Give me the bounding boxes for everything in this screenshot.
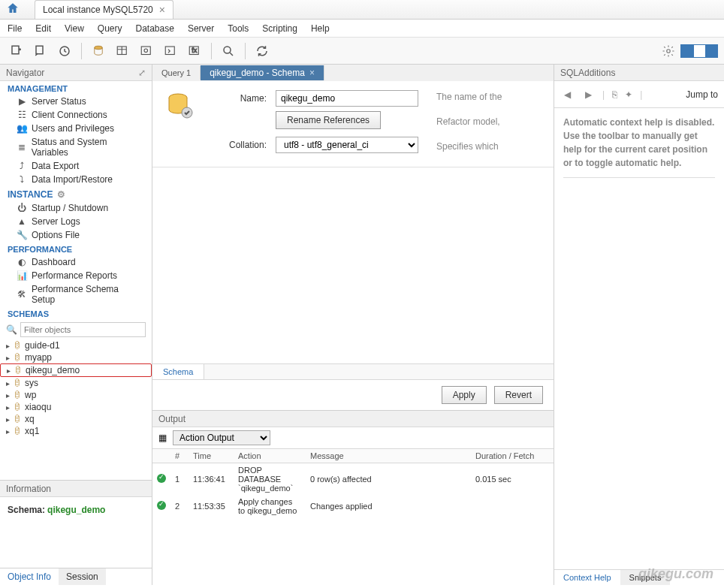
tb-reconnect[interactable] (252, 41, 273, 62)
success-icon (157, 474, 166, 483)
nav-options-file[interactable]: 🔧Options File (0, 228, 152, 242)
nav-startup-shutdown[interactable]: ⏻Startup / Shutdown (0, 201, 152, 215)
schema-item-xiaoqu[interactable]: ▸🛢xiaoqu (0, 401, 152, 413)
watermark: qikegu.com (638, 566, 713, 582)
menu-server[interactable]: Server (188, 23, 214, 34)
tb-search[interactable] (218, 41, 239, 62)
menu-query[interactable]: Query (98, 23, 122, 34)
connection-tab[interactable]: Local instance MySQL5720 × (35, 0, 173, 19)
tab-object-info[interactable]: Object Info (0, 568, 59, 585)
revert-button[interactable]: Revert (494, 386, 543, 404)
forward-icon[interactable]: ▶ (581, 88, 595, 101)
instance-icon: ⚙ (57, 189, 65, 200)
svg-text:fx: fx (192, 47, 198, 54)
menu-view[interactable]: View (65, 23, 84, 34)
editor-tabs: Query 1 qikegu_demo - Schema × (152, 65, 554, 81)
svg-point-3 (95, 46, 103, 50)
nav-users-privileges[interactable]: 👥Users and Privileges (0, 122, 152, 135)
output-layout-icon[interactable]: ▦ (158, 433, 167, 443)
schema-item-myapp[interactable]: ▸🛢myapp (0, 351, 152, 363)
output-header: Output (152, 411, 554, 427)
nav-status-variables[interactable]: ≣Status and System Variables (0, 135, 152, 159)
power-icon: ⏻ (17, 203, 27, 213)
schema-icon (164, 90, 195, 120)
information-header: Information (0, 481, 152, 497)
expand-icon[interactable]: ⤢ (138, 68, 146, 78)
tb-table[interactable] (112, 41, 133, 62)
tab-schema-editor[interactable]: qikegu_demo - Schema × (201, 65, 324, 80)
nav-server-status[interactable]: ▶Server Status (0, 95, 152, 108)
tab-context-help[interactable]: Context Help (554, 570, 620, 585)
chevron-right-icon: ▸ (6, 342, 10, 350)
tb-schema[interactable] (88, 41, 109, 62)
tab-session[interactable]: Session (59, 568, 106, 585)
nav-data-export[interactable]: ⤴Data Export (0, 159, 152, 173)
nav-dashboard[interactable]: ◐Dashboard (0, 255, 152, 269)
tb-proc[interactable] (160, 41, 181, 62)
tb-open-sql[interactable] (30, 41, 51, 62)
tab-query1[interactable]: Query 1 (152, 66, 201, 80)
schema-name-input[interactable] (276, 90, 418, 107)
connection-tab-label: Local instance MySQL5720 (43, 5, 153, 15)
menu-database[interactable]: Database (136, 23, 174, 34)
tb-new-sql[interactable] (6, 41, 27, 62)
nav-perf-schema-setup[interactable]: 🛠Performance Schema Setup (0, 282, 152, 306)
information-body: Schema: qikegu_demo (0, 497, 152, 523)
export-icon: ⤴ (17, 161, 27, 171)
output-row[interactable]: 111:36:41DROP DATABASE `qikegu_demo`0 ro… (152, 463, 554, 496)
schema-item-guide-d1[interactable]: ▸🛢guide-d1 (0, 339, 152, 351)
schema-item-xq1[interactable]: ▸🛢xq1 (0, 425, 152, 437)
collation-select[interactable]: utf8 - utf8_general_ci (276, 137, 418, 153)
settings-icon[interactable] (658, 41, 679, 62)
nav-client-connections[interactable]: ☷Client Connections (0, 108, 152, 122)
menu-tools[interactable]: Tools (228, 23, 249, 34)
chevron-right-icon: ▸ (6, 379, 10, 387)
svg-point-6 (144, 49, 148, 53)
close-icon[interactable]: × (159, 4, 165, 16)
svg-rect-0 (12, 46, 19, 54)
tb-view[interactable] (136, 41, 157, 62)
sqladditions-title: SQLAdditions (560, 68, 615, 78)
output-type-select[interactable]: Action Output (173, 430, 270, 445)
chevron-right-icon: ▸ (6, 354, 10, 362)
help-icon[interactable]: ⎘ (612, 89, 617, 100)
menu-edit[interactable]: Edit (35, 23, 51, 34)
menu-scripting[interactable]: Scripting (262, 23, 297, 34)
form-hints: The name of the Refactor model, Specifie… (436, 90, 541, 158)
log-icon: ▲ (17, 216, 27, 227)
back-icon[interactable]: ◀ (560, 88, 574, 101)
home-icon[interactable] (6, 2, 20, 17)
nav-perf-reports[interactable]: 📊Performance Reports (0, 269, 152, 282)
report-icon: 📊 (17, 270, 27, 281)
toolbar: fx (0, 38, 724, 65)
output-row[interactable]: 211:53:35Apply changes to qikegu_demoCha… (152, 495, 554, 517)
chevron-right-icon: ▸ (6, 427, 10, 436)
jump-to-label[interactable]: Jump to (686, 89, 718, 100)
chevron-right-icon: ▸ (6, 391, 10, 400)
schema-tab[interactable]: Schema (152, 364, 204, 379)
navigator-header: Navigator ⤢ (0, 65, 152, 81)
nav-server-logs[interactable]: ▲Server Logs (0, 215, 152, 228)
close-icon[interactable]: × (309, 68, 315, 78)
schema-item-sys[interactable]: ▸🛢sys (0, 377, 152, 389)
section-instance: INSTANCE ⚙ (0, 186, 152, 201)
schema-item-wp[interactable]: ▸🛢wp (0, 389, 152, 401)
menu-file[interactable]: File (8, 23, 22, 34)
schema-item-xq[interactable]: ▸🛢xq (0, 413, 152, 425)
svg-rect-5 (141, 47, 150, 55)
menu-help[interactable]: Help (311, 23, 330, 34)
tb-inspector[interactable] (54, 41, 75, 62)
output-table: # Time Action Message Duration / Fetch 1… (152, 448, 554, 517)
schema-filter-input[interactable] (20, 322, 146, 337)
schema-item-qikegu_demo[interactable]: ▸🛢qikegu_demo (0, 363, 152, 377)
play-icon: ▶ (17, 96, 27, 107)
tb-func[interactable]: fx (184, 41, 205, 62)
nav-data-import[interactable]: ⤵Data Import/Restore (0, 173, 152, 186)
chevron-right-icon: ▸ (7, 366, 11, 375)
layout-toggle[interactable] (680, 44, 718, 58)
apply-button[interactable]: Apply (442, 386, 487, 404)
svg-point-11 (667, 49, 671, 53)
rename-references-button[interactable]: Rename References (276, 111, 381, 129)
import-icon: ⤵ (17, 174, 27, 185)
auto-help-icon[interactable]: ✦ (625, 89, 632, 100)
